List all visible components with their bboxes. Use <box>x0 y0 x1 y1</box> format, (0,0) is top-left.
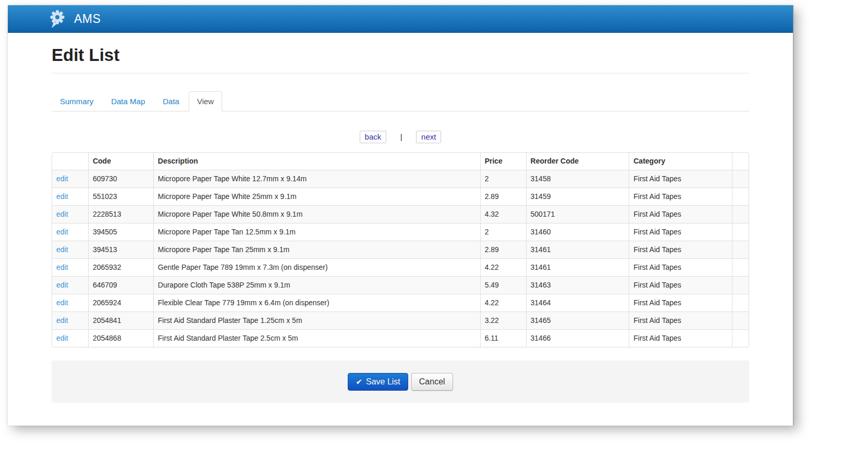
price-cell: 4.32 <box>480 205 526 223</box>
reorder-code-cell: 500171 <box>526 205 629 223</box>
table-row: edit 394513 Micropore Paper Tape Tan 25m… <box>52 241 749 258</box>
spacer-cell <box>732 188 749 205</box>
code-cell: 2054841 <box>88 312 153 329</box>
spacer-cell <box>732 223 749 241</box>
edit-link[interactable]: edit <box>56 334 68 342</box>
code-cell: 551023 <box>88 188 153 205</box>
price-cell: 4.22 <box>480 294 526 312</box>
code-cell: 2228513 <box>88 205 153 223</box>
category-cell: First Aid Tapes <box>629 241 732 258</box>
items-table: Code Description Price Reorder Code Cate… <box>52 152 749 347</box>
reorder-code-cell: 31464 <box>526 294 629 312</box>
edit-link[interactable]: edit <box>56 298 68 307</box>
price-cell: 2 <box>480 223 526 241</box>
save-list-button[interactable]: ✔Save List <box>348 373 408 391</box>
pager-separator: | <box>400 132 402 141</box>
tab-data: Data <box>154 91 188 111</box>
spacer-cell <box>732 312 749 329</box>
category-cell: First Aid Tapes <box>629 312 732 329</box>
edit-link[interactable]: edit <box>56 228 68 236</box>
code-cell: 2065932 <box>88 258 153 276</box>
table-row: edit 394505 Micropore Paper Tape Tan 12.… <box>52 223 749 241</box>
table-row: edit 551023 Micropore Paper Tape White 2… <box>52 188 749 205</box>
price-cell: 2.89 <box>480 241 526 258</box>
page-title: Edit List <box>52 45 749 66</box>
edit-link[interactable]: edit <box>56 192 68 201</box>
reorder-code-cell: 31458 <box>526 170 629 188</box>
brand-link[interactable]: AMS <box>47 8 101 29</box>
reorder-code-cell: 31461 <box>526 241 629 258</box>
form-actions-bar: ✔Save List Cancel <box>52 360 749 403</box>
category-cell: First Aid Tapes <box>629 276 732 294</box>
category-cell: First Aid Tapes <box>629 170 732 188</box>
table-row: edit 609730 Micropore Paper Tape White 1… <box>52 170 749 188</box>
description-cell: Gentle Paper Tape 789 19mm x 7.3m (on di… <box>153 258 480 276</box>
table-body: edit 609730 Micropore Paper Tape White 1… <box>52 170 749 347</box>
reorder-code-cell: 31461 <box>526 258 629 276</box>
back-button[interactable]: back <box>360 131 387 143</box>
table-row: edit 2065924 Flexible Clear Tape 779 19m… <box>52 294 749 312</box>
description-cell: First Aid Standard Plaster Tape 2.5cm x … <box>153 329 480 347</box>
reorder-code-cell: 31466 <box>526 329 629 347</box>
spacer-cell <box>732 329 749 347</box>
reorder-code-cell: 31465 <box>526 312 629 329</box>
description-cell: Micropore Paper Tape Tan 25mm x 9.1m <box>153 241 480 258</box>
category-cell: First Aid Tapes <box>629 258 732 276</box>
spacer-cell <box>732 241 749 258</box>
reorder-code-cell: 31463 <box>526 276 629 294</box>
price-cell: 2 <box>480 170 526 188</box>
description-cell: Micropore Paper Tape White 50.8mm x 9.1m <box>153 205 480 223</box>
tab-view-link[interactable]: View <box>189 91 222 111</box>
table-row: edit 2065932 Gentle Paper Tape 789 19mm … <box>52 258 749 276</box>
code-cell: 609730 <box>88 170 153 188</box>
table-header-row: Code Description Price Reorder Code Cate… <box>52 153 749 170</box>
table-row: edit 2228513 Micropore Paper Tape White … <box>52 205 749 223</box>
tab-summary-link[interactable]: Summary <box>52 91 102 111</box>
header-reorder-code: Reorder Code <box>526 153 629 170</box>
spacer-cell <box>732 170 749 188</box>
code-cell: 2065924 <box>88 294 153 312</box>
brand-label: AMS <box>74 12 101 26</box>
edit-link[interactable]: edit <box>56 263 68 271</box>
price-cell: 2.89 <box>480 188 526 205</box>
category-cell: First Aid Tapes <box>629 188 732 205</box>
category-cell: First Aid Tapes <box>629 329 732 347</box>
description-cell: Flexible Clear Tape 779 19mm x 6.4m (on … <box>153 294 480 312</box>
price-cell: 5.49 <box>480 276 526 294</box>
table-row: edit 2054841 First Aid Standard Plaster … <box>52 312 749 329</box>
description-cell: Micropore Paper Tape White 25mm x 9.1m <box>153 188 480 205</box>
category-cell: First Aid Tapes <box>629 223 732 241</box>
gear-icon <box>47 8 67 29</box>
header-description: Description <box>153 153 480 170</box>
save-list-label: Save List <box>366 377 400 386</box>
reorder-code-cell: 31460 <box>526 223 629 241</box>
edit-link[interactable]: edit <box>56 316 68 325</box>
category-cell: First Aid Tapes <box>629 205 732 223</box>
code-cell: 646709 <box>88 276 153 294</box>
edit-link[interactable]: edit <box>56 281 68 289</box>
tab-data-map: Data Map <box>103 91 153 111</box>
spacer-cell <box>732 294 749 312</box>
header-spacer <box>732 153 749 170</box>
code-cell: 394513 <box>88 241 153 258</box>
description-cell: Micropore Paper Tape Tan 12.5mm x 9.1m <box>153 223 480 241</box>
price-cell: 3.22 <box>480 312 526 329</box>
header-category: Category <box>629 153 732 170</box>
table-row: edit 2054868 First Aid Standard Plaster … <box>52 329 749 347</box>
code-cell: 2054868 <box>88 329 153 347</box>
table-row: edit 646709 Durapore Cloth Tape 538P 25m… <box>52 276 749 294</box>
edit-link[interactable]: edit <box>56 210 68 218</box>
edit-link[interactable]: edit <box>56 245 68 254</box>
edit-link[interactable]: edit <box>56 175 68 183</box>
price-cell: 6.11 <box>480 329 526 347</box>
navbar: AMS <box>8 5 793 33</box>
next-button[interactable]: next <box>416 131 441 143</box>
cancel-button[interactable]: Cancel <box>411 373 453 391</box>
description-cell: Durapore Cloth Tape 538P 25mm x 9.1m <box>153 276 480 294</box>
category-cell: First Aid Tapes <box>629 294 732 312</box>
reorder-code-cell: 31459 <box>526 188 629 205</box>
tab-data-link[interactable]: Data <box>154 91 188 111</box>
tab-data-map-link[interactable]: Data Map <box>103 91 153 111</box>
header-edit <box>52 153 88 170</box>
tab-view: View <box>189 91 222 111</box>
